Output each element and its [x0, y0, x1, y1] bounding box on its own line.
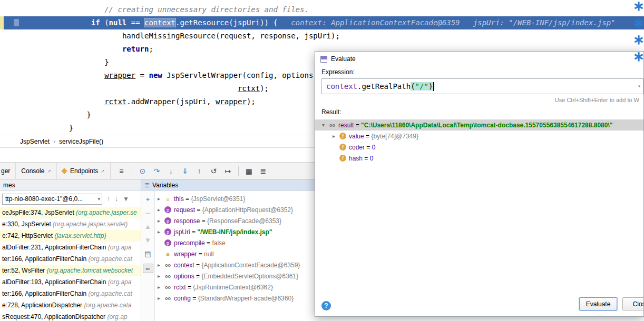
layout-settings-icon[interactable]: ≣	[257, 167, 270, 175]
code-token: new	[149, 71, 162, 79]
step-over-icon[interactable]: ↷	[150, 167, 163, 175]
frame-location: alDoFilter:193, ApplicationFilterChain	[2, 278, 108, 286]
blue-gear-icon[interactable]: ∗	[633, 52, 643, 62]
dialog-title: Evaluate	[331, 55, 356, 63]
frame-location: sRequest:470, ApplicationDispatcher	[2, 313, 107, 320]
duplicate-watch-icon[interactable]: ▤	[143, 250, 153, 258]
tab-console[interactable]: Console↗	[16, 163, 57, 179]
variable-name: hash	[349, 155, 363, 162]
breadcrumb-item-class[interactable]: JspServlet	[20, 138, 50, 145]
step-out-icon[interactable]: ↑	[193, 167, 206, 175]
frames-header-label: mes	[3, 182, 15, 189]
code-token: }	[104, 58, 109, 66]
frame-row[interactable]: alDoFilter:193, ApplicationFilterChain (…	[0, 276, 141, 288]
expand-arrow-icon[interactable]: ▸	[158, 218, 164, 224]
frame-row[interactable]: ter:166, ApplicationFilterChain (org.apa…	[0, 253, 141, 265]
frames-combo-row: ttp-nio-8080-exec-1"@6,0... ▾ ↑↓▼	[0, 191, 141, 207]
frame-package: (org.apache.cat	[88, 290, 132, 297]
move-down-icon[interactable]: ↓	[115, 195, 118, 203]
equals-sign: =	[184, 195, 191, 203]
variable-value: 0	[372, 144, 376, 151]
equals-sign: =	[205, 239, 212, 247]
close-button[interactable]: Close	[622, 297, 644, 310]
indent	[20, 124, 69, 132]
frame-row[interactable]: ter:166, ApplicationFilterChain (org.apa…	[0, 288, 141, 299]
add-watch-icon[interactable]: +	[143, 195, 153, 204]
expression-input[interactable]: context.getRealPath("/") ▾	[321, 78, 643, 94]
code-token: =	[135, 71, 149, 79]
code-token: ==	[126, 18, 144, 27]
expand-arrow-icon[interactable]: ▸	[158, 284, 164, 290]
indent	[20, 84, 238, 93]
expand-arrow-icon[interactable]: ▸	[158, 196, 164, 202]
dialog-titlebar[interactable]: Evaluate	[315, 52, 643, 66]
code-token: }	[69, 124, 73, 132]
variable-row[interactable]: fhash = 0	[315, 153, 643, 164]
variable-value: {JspRuntimeContext@6362}	[193, 284, 273, 291]
equals-sign: =	[190, 228, 198, 236]
parameter-icon: p	[164, 206, 171, 213]
expand-arrow-icon[interactable]: ▾	[322, 122, 328, 128]
code-token: wrapper	[216, 97, 247, 106]
frame-location: ter:166, ApplicationFilterChain	[2, 255, 88, 263]
local-variable-icon: ≡	[164, 250, 171, 257]
toolbar-separator	[238, 166, 239, 176]
variable-value: null	[204, 250, 214, 258]
run-to-cursor-icon[interactable]: ↦	[221, 167, 235, 175]
frame-location: e:742, HttpServlet	[2, 232, 54, 239]
step-into-icon[interactable]: ↓	[164, 167, 178, 175]
tab-label: ger	[1, 167, 10, 175]
expand-arrow-icon[interactable]: ▸	[158, 207, 164, 213]
expand-arrow-icon[interactable]: ▸	[158, 229, 164, 235]
code-token: context	[144, 18, 175, 27]
frames-list: ceJspFile:374, JspServlet (org.apache.ja…	[0, 207, 141, 321]
blue-gear-icon[interactable]: ∗	[633, 35, 643, 45]
force-step-into-icon[interactable]: ⇓	[179, 167, 192, 175]
variable-value: {ResponseFacade@6353}	[207, 217, 281, 225]
view-options-grid-icon[interactable]: ▦	[242, 167, 256, 175]
frame-row[interactable]: alDoFilter:231, ApplicationFilterChain (…	[0, 242, 141, 253]
frame-row[interactable]: ceJspFile:374, JspServlet (org.apache.ja…	[0, 207, 141, 218]
show-watches-icon[interactable]: ∞	[143, 264, 153, 273]
jump-to-source-icon: ↗	[101, 168, 105, 174]
blue-gear-icon[interactable]: ∗	[633, 1, 643, 11]
variables-toolbar: +─▲▼▤∞	[141, 191, 155, 321]
result-row[interactable]: ▾ooresult = "C:\Users\11860\AppData\Loca…	[315, 119, 643, 131]
evaluate-dialog: Evaluate Expression: context.getRealPath…	[315, 51, 644, 317]
frame-row[interactable]: e:742, HttpServlet (javax.servlet.http)	[0, 230, 141, 242]
code-token: .addWrapper(jspUri,	[126, 97, 216, 106]
expand-arrow-icon[interactable]: ▸	[158, 273, 164, 279]
text-caret	[433, 82, 434, 91]
tab-label: Console	[21, 167, 44, 175]
code-token: JspServletWrapper(config, options,	[162, 71, 318, 79]
frame-row[interactable]: e:728, ApplicationDispatcher (org.apache…	[0, 299, 141, 311]
show-execution-point-icon[interactable]: ⊙	[136, 167, 149, 175]
frame-row[interactable]: ter:52, WsFilter (org.apache.tomcat.webs…	[0, 265, 141, 276]
blue-gear-icon[interactable]: ∗	[633, 18, 643, 28]
frame-package: (org.apache.jasper.se	[76, 209, 137, 216]
frame-row[interactable]: e:330, JspServlet (org.apache.jasper.ser…	[0, 218, 141, 230]
evaluate-button[interactable]: Evaluate	[579, 297, 617, 310]
move-watch-up-icon: ▲	[143, 223, 153, 231]
expression-history-chevron-icon[interactable]: ▾	[638, 83, 641, 89]
thread-selector[interactable]: ttp-nio-8080-exec-1"@6,0... ▾	[2, 194, 102, 205]
help-icon[interactable]: ?	[321, 301, 331, 310]
filter-funnel-icon[interactable]: ▼	[123, 195, 129, 203]
expand-arrow-icon[interactable]: ▸	[333, 133, 339, 139]
expand-arrow-icon[interactable]: ▸	[158, 295, 164, 301]
variable-row[interactable]: fcoder = 0	[315, 142, 643, 153]
equals-sign: =	[191, 295, 198, 302]
settings-menu-icon[interactable]: ≡	[115, 167, 128, 175]
expand-arrow-icon[interactable]: ▸	[158, 262, 164, 268]
tab-endpoints[interactable]: Endpoints↗	[57, 163, 111, 179]
chevron-down-icon: ▾	[97, 196, 100, 202]
thread-name: ttp-nio-8080-exec-1"@6,0...	[5, 195, 83, 203]
object-variable-icon: oo	[329, 122, 336, 128]
drop-frame-icon[interactable]: ↺	[207, 167, 220, 175]
move-up-icon[interactable]: ↑	[107, 195, 110, 203]
frame-row[interactable]: sRequest:470, ApplicationDispatcher (org…	[0, 311, 141, 321]
expression-token: .getRealPath	[357, 82, 411, 91]
breadcrumb-item-method[interactable]: serviceJspFile()	[59, 138, 103, 145]
tab-ger[interactable]: ger	[0, 163, 16, 179]
variable-row[interactable]: ▸fvalue = {byte[74]@7349}	[315, 131, 643, 142]
